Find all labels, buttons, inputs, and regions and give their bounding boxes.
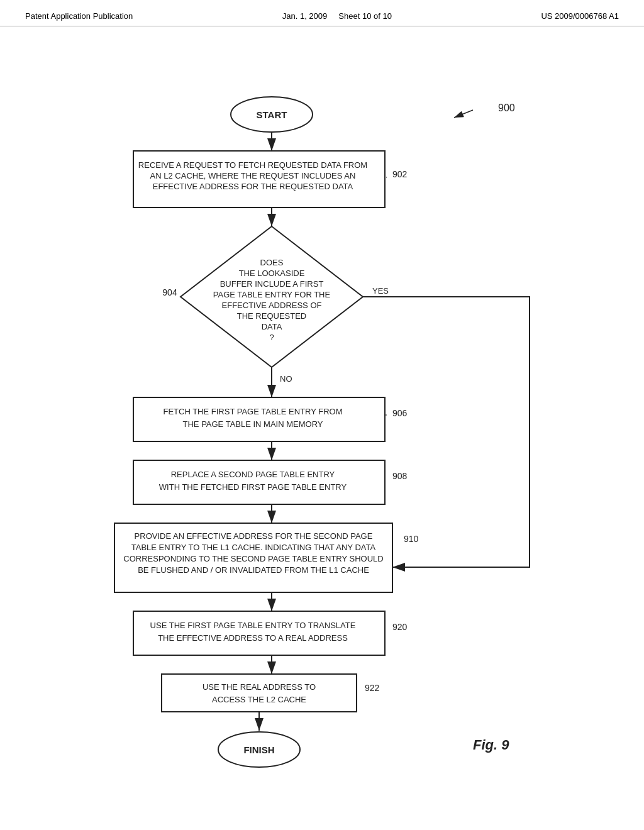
no-label: NO bbox=[280, 374, 292, 384]
box-902-text-3: EFFECTIVE ADDRESS FOR THE REQUESTED DATA bbox=[153, 182, 353, 191]
fig-label: Fig. 9 bbox=[473, 737, 509, 753]
header-center: Jan. 1, 2009 Sheet 10 of 10 bbox=[282, 11, 392, 21]
box-902-text-1: RECEIVE A REQUEST TO FETCH REQUESTED DAT… bbox=[138, 160, 367, 170]
svg-line-1 bbox=[454, 110, 473, 118]
start-label: START bbox=[257, 109, 287, 120]
box-902-text-2: AN L2 CACHE, WHERE THE REQUEST INCLUDES … bbox=[150, 171, 356, 180]
box-908-t1: REPLACE A SECOND PAGE TABLE ENTRY bbox=[171, 470, 335, 479]
box-906-t1: FETCH THE FIRST PAGE TABLE ENTRY FROM bbox=[163, 407, 342, 416]
box-920-t2: THE EFFECTIVE ADDRESS TO A REAL ADDRESS bbox=[158, 633, 348, 643]
ref-900: 900 bbox=[498, 102, 515, 113]
box-906-t2: THE PAGE TABLE IN MAIN MEMORY bbox=[183, 419, 323, 429]
box-910-t4: BE FLUSHED AND / OR INVALIDATED FROM THE… bbox=[138, 565, 369, 575]
box-908-t2: WITH THE FETCHED FIRST PAGE TABLE ENTRY bbox=[159, 482, 347, 492]
yes-label: YES bbox=[372, 286, 389, 296]
label-904: 904 bbox=[162, 287, 177, 297]
box-910-t2: TABLE ENTRY TO THE L1 CACHE. INDICATING … bbox=[131, 543, 376, 552]
d904-t3: BUFFER INCLUDE A FIRST bbox=[220, 279, 324, 289]
box-922-t1: USE THE REAL ADDRESS TO bbox=[203, 682, 316, 692]
label-906: 906 bbox=[392, 408, 408, 418]
d904-t5: EFFECTIVE ADDRESS OF bbox=[222, 301, 322, 310]
box-922-t2: ACCESS THE L2 CACHE bbox=[212, 695, 306, 704]
label-908: 908 bbox=[392, 471, 408, 481]
finish-label: FINISH bbox=[243, 744, 274, 755]
box-910-t3: CORRESPONDING TO THE SECOND PAGE TABLE E… bbox=[123, 554, 383, 563]
d904-t4: PAGE TABLE ENTRY FOR THE bbox=[213, 290, 331, 299]
label-922: 922 bbox=[365, 683, 380, 693]
box-920-t1: USE THE FIRST PAGE TABLE ENTRY TO TRANSL… bbox=[150, 621, 356, 630]
label-902: 902 bbox=[392, 169, 408, 179]
header: Patent Application Publication Jan. 1, 2… bbox=[0, 0, 644, 26]
diagram: 900 START RECEIVE A REQUEST TO FETCH REQ… bbox=[0, 26, 644, 806]
box-922 bbox=[162, 674, 357, 712]
d904-t1: DOES bbox=[260, 258, 284, 267]
header-left: Patent Application Publication bbox=[25, 11, 133, 21]
label-910: 910 bbox=[404, 534, 419, 544]
d904-t7: DATA bbox=[262, 322, 282, 331]
d904-t6: THE REQUESTED bbox=[237, 311, 307, 321]
label-920: 920 bbox=[392, 622, 408, 632]
d904-t8: ? bbox=[269, 333, 274, 342]
header-right: US 2009/0006768 A1 bbox=[541, 11, 619, 21]
page: Patent Application Publication Jan. 1, 2… bbox=[0, 0, 644, 830]
d904-t2: THE LOOKASIDE bbox=[239, 268, 305, 278]
yes-path bbox=[363, 297, 530, 567]
box-910-t1: PROVIDE AN EFFECTIVE ADDRESS FOR THE SEC… bbox=[135, 531, 373, 541]
flowchart-svg: 900 START RECEIVE A REQUEST TO FETCH REQ… bbox=[39, 39, 605, 794]
